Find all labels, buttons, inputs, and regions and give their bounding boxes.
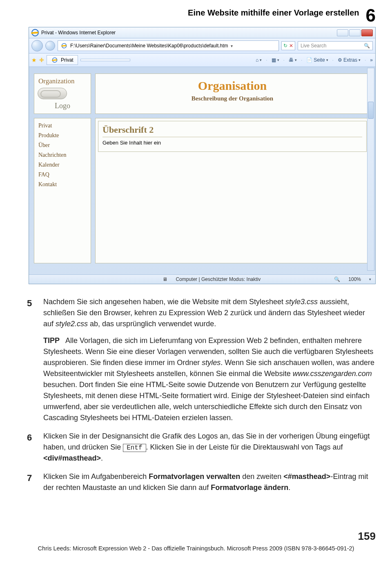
- content-placeholder: Geben Sie Inhalt hier ein: [102, 140, 362, 146]
- minimize-button[interactable]: [337, 29, 348, 36]
- body-text: 5 Nachdem Sie sich angesehen haben, wie …: [16, 296, 376, 493]
- status-security-icon: 🖥: [163, 276, 167, 282]
- site-nav: Privat Produkte Über Nachrichten Kalende…: [34, 118, 91, 263]
- home-button[interactable]: ⌂▾: [256, 57, 262, 63]
- feeds-button[interactable]: ▦▾: [272, 57, 279, 63]
- stop-icon[interactable]: ✕: [289, 43, 293, 49]
- zoom-value: 100%: [348, 276, 361, 282]
- chapter-title: Eine Website mithilfe einer Vorlage erst…: [188, 8, 359, 18]
- page-menu[interactable]: 📄 Seite ▾: [306, 57, 328, 63]
- viewport: Organization Logo Organisation Beschreib…: [29, 67, 375, 284]
- nav-item[interactable]: Privat: [38, 121, 87, 131]
- close-button[interactable]: [361, 29, 373, 36]
- org-label: Organization: [38, 77, 87, 85]
- new-tab-button[interactable]: [80, 59, 130, 61]
- extras-menu[interactable]: ⚙ Extras ▾: [338, 57, 361, 63]
- content-area: Überschrift 2 Geben Sie Inhalt hier ein: [95, 118, 370, 263]
- refresh-icon[interactable]: ↻: [283, 43, 287, 49]
- nav-item[interactable]: Nachrichten: [38, 150, 87, 160]
- zoom-dropdown-icon[interactable]: ▾: [369, 277, 371, 281]
- ie-icon: [31, 28, 40, 37]
- window-title: Privat - Windows Internet Explorer: [41, 30, 116, 36]
- masthead-left: Organization Logo: [34, 73, 91, 114]
- step-5: 5 Nachdem Sie sich angesehen haben, wie …: [27, 296, 376, 423]
- favorites-star-icon[interactable]: ★: [31, 57, 37, 63]
- search-box[interactable]: Live Search 🔍: [298, 41, 373, 50]
- site-subtitle: Beschreibung der Organisation: [100, 95, 365, 102]
- content-heading: Überschrift 2: [102, 125, 362, 137]
- footer-citation: Chris Leeds: Microsoft Expression Web 2 …: [16, 545, 376, 552]
- paperclip-icon: [38, 88, 67, 99]
- step-6: 6 Klicken Sie in der Designansicht die G…: [27, 431, 376, 464]
- masthead-right: Organisation Beschreibung der Organisati…: [95, 73, 370, 114]
- browser-tab[interactable]: Privat: [47, 55, 78, 65]
- page-icon: [61, 42, 67, 49]
- content-box: Überschrift 2 Geben Sie Inhalt hier ein: [98, 121, 367, 152]
- tab-toolbar: ★ ✚ Privat ⌂▾ · ▦▾ · 🖶▾ · 📄 Seite ▾ · ⚙ …: [29, 53, 375, 67]
- back-button[interactable]: [31, 40, 43, 51]
- zoom-icon[interactable]: 🔍: [334, 276, 340, 282]
- chapter-header: Eine Website mithilfe einer Vorlage erst…: [16, 8, 376, 24]
- add-favorites-icon[interactable]: ✚: [39, 57, 44, 63]
- tab-page-icon: [51, 57, 58, 63]
- maximize-button[interactable]: [349, 29, 361, 36]
- search-icon[interactable]: 🔍: [364, 43, 370, 49]
- refresh-stop-group: ↻ ✕: [281, 41, 295, 50]
- address-dropdown-icon[interactable]: ▾: [231, 44, 233, 48]
- navigation-bar: F:\Users\Rainer\Documents\Meine Websites…: [29, 38, 375, 53]
- vertical-scrollbar[interactable]: [367, 68, 374, 271]
- chapter-number: 6: [366, 7, 376, 24]
- step-number: 7: [27, 471, 36, 493]
- logo-label: Logo: [38, 102, 87, 110]
- toolbar-overflow-icon[interactable]: »: [370, 57, 373, 63]
- window-controls: [337, 29, 373, 36]
- step-number: 6: [27, 431, 36, 464]
- nav-item[interactable]: Über: [38, 140, 87, 150]
- search-placeholder: Live Search: [301, 43, 326, 49]
- nav-item[interactable]: FAQ: [38, 170, 87, 180]
- status-bar: 🖥 Computer | Geschützter Modus: Inaktiv …: [29, 274, 375, 284]
- nav-item[interactable]: Produkte: [38, 131, 87, 140]
- tip-label: TIPP: [43, 336, 60, 345]
- scroll-thumb[interactable]: [368, 102, 374, 119]
- step-number: 5: [27, 296, 36, 423]
- print-button[interactable]: 🖶▾: [289, 57, 297, 63]
- address-bar[interactable]: F:\Users\Rainer\Documents\Meine Websites…: [58, 40, 279, 51]
- step-7: 7 Klicken Sie im Aufgabenbereich Formatv…: [27, 471, 376, 493]
- browser-window: Privat - Windows Internet Explorer F:\Us…: [29, 27, 376, 284]
- page-number: 159: [16, 530, 376, 543]
- key-entf: Entf: [123, 444, 146, 452]
- status-text: Computer | Geschützter Modus: Inaktiv: [176, 276, 261, 282]
- nav-item[interactable]: Kalender: [38, 160, 87, 170]
- forward-button[interactable]: [45, 41, 55, 51]
- address-text: F:\Users\Rainer\Documents\Meine Websites…: [70, 43, 228, 49]
- tab-label: Privat: [61, 57, 74, 63]
- site-title: Organisation: [100, 79, 365, 93]
- titlebar: Privat - Windows Internet Explorer: [29, 27, 375, 38]
- nav-item[interactable]: Kontakt: [38, 180, 87, 189]
